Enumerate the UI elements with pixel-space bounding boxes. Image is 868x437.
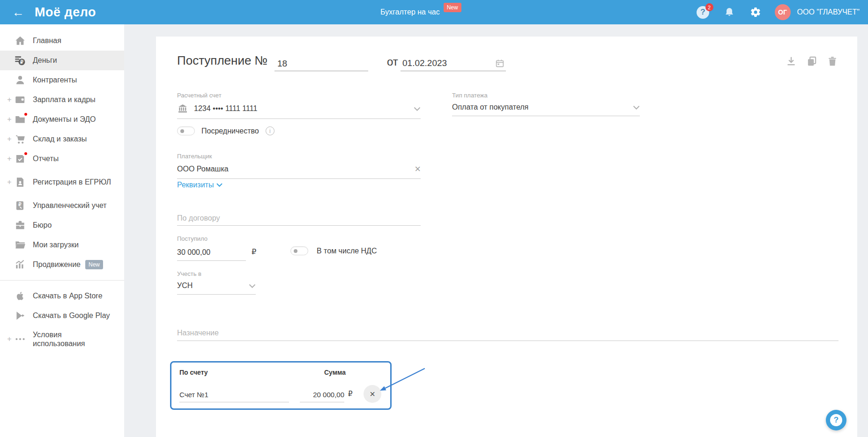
user-avatar[interactable]: ОГ bbox=[775, 4, 791, 20]
dots-icon bbox=[14, 333, 26, 345]
expand-plus-icon: + bbox=[5, 135, 14, 143]
svg-text:₽: ₽ bbox=[20, 59, 23, 65]
details-toggle[interactable]: Реквизиты bbox=[177, 181, 223, 189]
header-actions: ? 2 ОГ ООО "ГЛАВУЧЕТ" bbox=[696, 0, 860, 24]
download-icon[interactable] bbox=[785, 55, 797, 67]
banner-link[interactable]: Бухгалтер на час bbox=[380, 8, 440, 16]
document-actions bbox=[785, 55, 838, 67]
account-for-field: Учесть в УСН bbox=[177, 269, 256, 295]
sidebar-item-app-store[interactable]: Скачать в App Store bbox=[0, 286, 124, 306]
currency-symbol: ₽ bbox=[252, 247, 256, 256]
account-for-select[interactable]: УСН bbox=[177, 281, 256, 295]
folder-icon bbox=[14, 113, 26, 126]
sidebar-item-reports[interactable]: + Отчеты bbox=[0, 149, 124, 169]
sidebar-item-payroll[interactable]: + Зарплата и кадры bbox=[0, 90, 124, 110]
payment-type-select[interactable]: Оплата от покупателя bbox=[452, 103, 640, 116]
header-banner[interactable]: Бухгалтер на час New bbox=[380, 0, 461, 24]
payer-input-row[interactable]: ООО Ромашка × bbox=[177, 164, 421, 179]
trash-icon[interactable] bbox=[826, 55, 838, 67]
report-icon bbox=[14, 153, 26, 165]
document-number-input[interactable] bbox=[274, 56, 368, 71]
notifications-button[interactable] bbox=[722, 5, 736, 19]
gear-icon bbox=[750, 7, 761, 18]
sidebar-item-warehouse[interactable]: + Склад и заказы bbox=[0, 129, 124, 149]
invoice-name-input[interactable] bbox=[179, 387, 289, 402]
sidebar-item-money[interactable]: ₽ Деньги bbox=[0, 51, 124, 70]
expand-plus-icon: + bbox=[5, 178, 14, 186]
copy-icon[interactable] bbox=[806, 55, 818, 67]
wallet-icon bbox=[14, 94, 26, 106]
help-fab-button[interactable]: ? bbox=[826, 410, 846, 430]
account-for-value: УСН bbox=[177, 281, 249, 290]
downloads-folder-icon bbox=[14, 239, 26, 251]
field-label: Тип платежа bbox=[452, 92, 488, 99]
sidebar-item-label: Продвижение bbox=[33, 260, 81, 269]
chevron-down-icon bbox=[249, 284, 256, 288]
invoice-amount-input[interactable] bbox=[300, 387, 344, 402]
vat-label: В том числе НДС bbox=[317, 247, 377, 255]
purpose-input[interactable] bbox=[177, 325, 838, 341]
received-amount-input[interactable] bbox=[177, 244, 246, 261]
banner-new-badge: New bbox=[444, 3, 461, 12]
sidebar-item-label: Мои загрузки bbox=[33, 240, 79, 249]
calendar-icon[interactable] bbox=[495, 58, 505, 68]
settlement-account-select[interactable]: 1234 •••• 1111 1111 bbox=[177, 103, 421, 119]
vat-toggle[interactable] bbox=[290, 246, 308, 255]
settlement-account-field: Расчетный счет 1234 •••• 1111 1111 bbox=[177, 91, 421, 119]
date-input[interactable] bbox=[401, 56, 485, 70]
payer-field: Плательщик ООО Ромашка × bbox=[177, 152, 421, 179]
settings-button[interactable] bbox=[749, 5, 763, 19]
sidebar-item-google-play[interactable]: Скачать в Google Play bbox=[0, 306, 124, 326]
clear-icon[interactable]: × bbox=[415, 164, 421, 174]
sidebar-item-contractors[interactable]: Контрагенты bbox=[0, 70, 124, 90]
mediation-toggle[interactable] bbox=[177, 126, 195, 135]
sidebar-item-my-uploads[interactable]: Мои загрузки bbox=[0, 235, 124, 255]
sidebar-item-terms[interactable]: + Условия использования bbox=[0, 326, 124, 353]
sidebar-item-label: Документы и ЭДО bbox=[33, 115, 96, 124]
pointer-arrow bbox=[376, 364, 430, 396]
top-header: ← Моё дело Бухгалтер на час New ? 2 ОГ О… bbox=[0, 0, 868, 24]
settlement-account-value: 1234 •••• 1111 1111 bbox=[194, 104, 414, 113]
briefcase-icon bbox=[14, 219, 26, 231]
amount-column-header: Сумма bbox=[300, 369, 346, 376]
contract-input[interactable] bbox=[177, 211, 421, 226]
notification-dot bbox=[23, 112, 28, 117]
sidebar-item-management[interactable]: ₽ Управленческий учет bbox=[0, 196, 124, 215]
details-link[interactable]: Реквизиты bbox=[177, 181, 214, 189]
company-name[interactable]: ООО "ГЛАВУЧЕТ" bbox=[797, 8, 860, 16]
receipt-form-card: Поступление № от Расчетный счет 1234 •••… bbox=[156, 37, 857, 437]
field-label: Учесть в bbox=[177, 270, 201, 277]
field-label: Плательщик bbox=[177, 153, 212, 160]
mediation-toggle-row: Посредничество i bbox=[177, 126, 274, 135]
info-icon[interactable]: i bbox=[266, 126, 274, 135]
ruble-doc-icon: ₽ bbox=[14, 200, 26, 212]
sidebar-item-registration[interactable]: + Регистрация в ЕГРЮЛ bbox=[0, 169, 124, 196]
help-button[interactable]: ? 2 bbox=[696, 5, 710, 19]
sidebar-item-label: Зарплата и кадры bbox=[33, 95, 96, 104]
date-prefix-label: от bbox=[387, 55, 398, 68]
notification-dot bbox=[23, 151, 28, 156]
sidebar-item-label: Главная bbox=[33, 36, 61, 45]
invoice-allocation-box: По счету Сумма ₽ × bbox=[170, 361, 392, 410]
money-icon: ₽ bbox=[14, 54, 26, 67]
expand-plus-icon: + bbox=[5, 96, 14, 104]
sidebar-item-label: Условия использования bbox=[33, 330, 113, 348]
cart-icon bbox=[14, 133, 26, 145]
promotion-new-badge: New bbox=[85, 260, 103, 269]
doc-person-icon bbox=[14, 176, 26, 188]
sidebar-item-home[interactable]: Главная bbox=[0, 31, 124, 51]
expand-plus-icon: + bbox=[5, 115, 14, 124]
sidebar-item-promotion[interactable]: Продвижение New bbox=[0, 255, 124, 274]
chevron-down-icon bbox=[633, 105, 640, 110]
sidebar-item-documents[interactable]: + Документы и ЭДО bbox=[0, 110, 124, 129]
app-logo: Моё дело bbox=[35, 5, 96, 20]
apple-icon bbox=[14, 290, 26, 302]
sidebar-item-bureau[interactable]: Бюро bbox=[0, 215, 124, 235]
question-icon: ? bbox=[830, 414, 842, 426]
bank-icon bbox=[177, 103, 188, 114]
sidebar-item-label: Управленческий учет bbox=[33, 201, 107, 210]
sidebar: Главная ₽ Деньги Контрагенты + Зарплата … bbox=[0, 24, 124, 437]
chart-icon bbox=[14, 259, 26, 271]
back-arrow-icon[interactable]: ← bbox=[12, 6, 24, 18]
payer-value: ООО Ромашка bbox=[177, 165, 415, 173]
